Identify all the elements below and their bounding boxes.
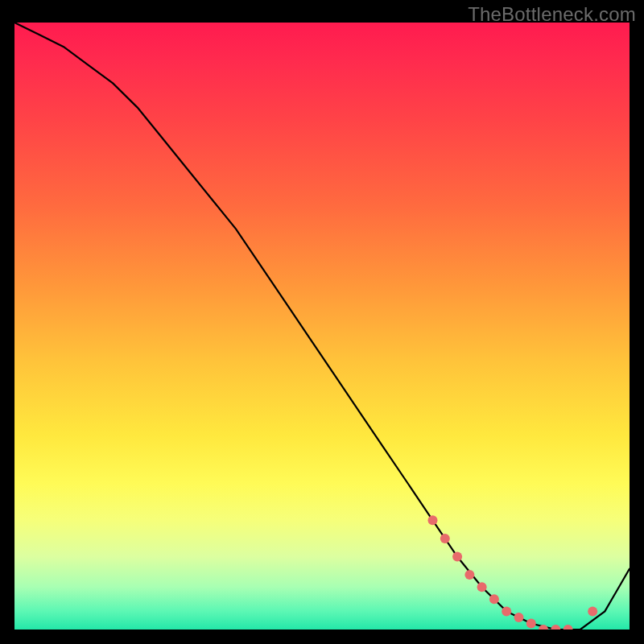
marker-group: [428, 515, 598, 630]
marker-dot: [477, 582, 487, 592]
marker-dot: [428, 515, 438, 525]
marker-dot: [526, 619, 536, 629]
marker-dot: [464, 570, 474, 580]
curve-svg: [14, 23, 630, 630]
marker-dot: [502, 606, 511, 616]
bottleneck-curve-path: [14, 23, 630, 630]
marker-dot: [489, 594, 499, 604]
plot-area: [14, 23, 630, 630]
chart-frame: TheBottleneck.com: [0, 0, 644, 644]
marker-dot: [452, 552, 462, 562]
marker-dot: [564, 625, 573, 630]
watermark-text: TheBottleneck.com: [468, 3, 636, 26]
marker-dot: [588, 606, 597, 616]
marker-dot: [514, 613, 524, 622]
marker-dot: [440, 534, 450, 543]
marker-dot: [551, 625, 560, 630]
